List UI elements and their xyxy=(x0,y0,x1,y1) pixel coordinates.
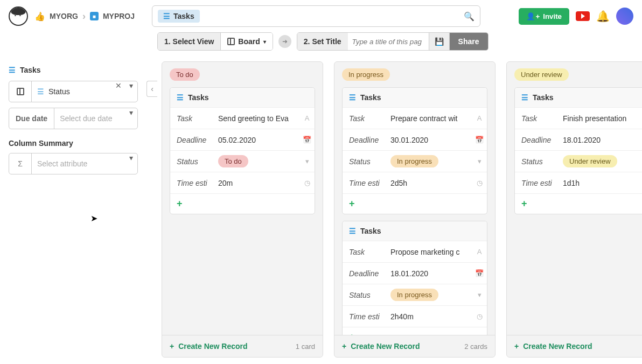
youtube-icon[interactable] xyxy=(576,11,590,21)
column-footer: + Create New Record 1 card xyxy=(162,335,323,357)
field-value: 1d1h xyxy=(561,179,642,187)
filter-selector[interactable]: Due date Select due date ▾ xyxy=(9,108,138,129)
field-label: Time esti xyxy=(343,312,388,321)
project-icon: ■ xyxy=(90,12,99,20)
card-row-time[interactable]: Time esti 2h40m ◷ xyxy=(343,306,487,327)
breadcrumb-project[interactable]: MYPROJ xyxy=(103,12,135,20)
card-heading: ☰ Tasks xyxy=(343,88,487,108)
summary-selector[interactable]: Σ Select attribute ▾ xyxy=(9,153,138,174)
card-row-task[interactable]: Task Prepare contract wit A xyxy=(343,108,487,129)
add-field-button[interactable]: + xyxy=(343,194,487,214)
group-by-selector[interactable]: ☰ Status ✕ ▾ xyxy=(9,81,138,102)
calendar-icon: 📅 xyxy=(472,269,487,277)
search-box[interactable]: ☰ Tasks 🔍 xyxy=(152,5,480,27)
card-row-time[interactable]: Time esti 1d1h ◷ xyxy=(515,172,642,194)
plus-icon: + xyxy=(170,342,174,351)
board-column: In progress ☰ Tasks Task Prepare contrac… xyxy=(334,61,496,358)
card-row-deadline[interactable]: Deadline 30.01.2020 📅 xyxy=(343,129,487,151)
column-footer: + Create New Record xyxy=(507,335,642,357)
plus-icon: + xyxy=(514,342,519,351)
card-row-status[interactable]: Status In progress ▾ xyxy=(343,151,487,172)
status-pill[interactable]: In progress xyxy=(342,68,390,81)
card-row-deadline[interactable]: Deadline 05.02.2020 📅 xyxy=(170,129,315,151)
search-chip-label: Tasks xyxy=(173,12,194,20)
calendar-icon: 📅 xyxy=(472,136,487,144)
card-row-task[interactable]: Task Finish presentation A xyxy=(515,108,642,129)
record-card[interactable]: ☰ Tasks Task Prepare contract wit A Dead… xyxy=(342,87,487,214)
invite-button[interactable]: 👤+ Invite xyxy=(519,8,569,25)
field-value: To do xyxy=(216,155,299,167)
add-field-button[interactable]: + xyxy=(515,194,642,214)
status-pill[interactable]: To do xyxy=(170,68,200,81)
field-label: Deadline xyxy=(343,136,388,144)
card-row-task[interactable]: Task Propose marketing c A xyxy=(343,241,487,263)
save-icon[interactable]: 💾 xyxy=(429,33,449,50)
board-label: Board xyxy=(238,37,260,46)
column-body: ☰ Tasks Task Send greeting to Eva A Dead… xyxy=(162,87,323,335)
breadcrumb-org[interactable]: MYORG xyxy=(50,12,78,20)
app-logo[interactable] xyxy=(9,6,28,26)
user-plus-icon: 👤+ xyxy=(526,12,540,20)
list-icon: ☰ xyxy=(349,227,356,235)
view-selector: 1. Select View Board ▾ xyxy=(157,32,273,51)
thumb-up-icon: 👍 xyxy=(34,11,45,22)
column-footer: + Create New Record 2 cards xyxy=(334,335,495,357)
card-count: 2 cards xyxy=(464,342,487,351)
field-value: In progress xyxy=(388,289,472,301)
list-icon: ☰ xyxy=(177,93,184,102)
field-value: 18.01.2020 xyxy=(561,136,642,144)
share-button[interactable]: Share xyxy=(449,33,488,50)
search-icon[interactable]: 🔍 xyxy=(464,11,474,22)
card-row-status[interactable]: Status To do ▾ xyxy=(170,151,315,172)
field-label: Deadline xyxy=(515,136,561,144)
clock-icon: ◷ xyxy=(472,179,487,187)
record-card[interactable]: ☰ Tasks Task Finish presentation A Deadl… xyxy=(514,87,642,214)
search-input[interactable] xyxy=(204,12,459,20)
user-avatar[interactable] xyxy=(616,8,633,25)
create-record-button[interactable]: + Create New Record xyxy=(342,342,420,351)
field-label: Task xyxy=(343,114,388,123)
search-container: ☰ Tasks 🔍 xyxy=(152,5,480,27)
card-row-time[interactable]: Time esti 2d5h ◷ xyxy=(343,172,487,194)
filter-placeholder: Select due date xyxy=(54,108,125,129)
create-record-button[interactable]: + Create New Record xyxy=(170,342,248,351)
card-row-deadline[interactable]: Deadline 18.01.2020 📅 xyxy=(515,129,642,151)
field-value: 20m xyxy=(216,179,299,187)
card-row-status[interactable]: Status Under review ▾ xyxy=(515,151,642,172)
card-row-task[interactable]: Task Send greeting to Eva A xyxy=(170,108,315,129)
sidebar-title-text: Tasks xyxy=(20,66,41,74)
column-header: In progress xyxy=(334,62,495,87)
search-chip[interactable]: ☰ Tasks xyxy=(158,10,200,23)
field-label: Time esti xyxy=(170,179,216,187)
card-row-status[interactable]: Status In progress ▾ xyxy=(343,284,487,306)
field-label: Time esti xyxy=(515,179,561,187)
clock-icon: ◷ xyxy=(472,312,487,320)
column-header: To do xyxy=(162,62,323,87)
bell-icon[interactable]: 🔔 xyxy=(596,10,610,23)
card-row-deadline[interactable]: Deadline 18.01.2020 📅 xyxy=(343,263,487,284)
status-pill[interactable]: Under review xyxy=(514,68,569,81)
list-icon: ☰ xyxy=(9,66,16,74)
card-row-time[interactable]: Time esti 20m ◷ xyxy=(170,172,315,194)
add-field-button[interactable]: + xyxy=(343,327,487,335)
record-card[interactable]: ☰ Tasks Task Send greeting to Eva A Dead… xyxy=(170,87,315,214)
record-card[interactable]: ☰ Tasks Task Propose marketing c A Deadl… xyxy=(342,221,487,335)
add-field-button[interactable]: + xyxy=(170,194,315,214)
group-by-value: Status xyxy=(48,87,70,96)
chevron-down-icon[interactable]: ▾ xyxy=(125,81,137,102)
plus-icon: + xyxy=(342,342,346,351)
toolbar: 1. Select View Board ▾ ➜ 2. Set Title 💾 … xyxy=(0,32,642,57)
main-area: ☰ Tasks ☰ Status ✕ ▾ Due date Select due… xyxy=(0,57,642,362)
board-dropdown[interactable]: Board ▾ xyxy=(220,33,272,50)
field-value: Propose marketing c xyxy=(388,248,472,256)
card-heading-text: Tasks xyxy=(533,93,554,102)
title-input[interactable] xyxy=(348,33,429,50)
step2-label: 2. Set Title xyxy=(297,33,348,50)
field-value: In progress xyxy=(388,155,472,167)
create-record-button[interactable]: + Create New Record xyxy=(514,342,592,351)
chevron-down-icon[interactable]: ▾ xyxy=(125,153,137,174)
chevron-down-icon[interactable]: ▾ xyxy=(125,108,137,129)
clear-icon[interactable]: ✕ xyxy=(112,81,125,102)
field-value: 05.02.2020 xyxy=(216,136,299,144)
field-value: Send greeting to Eva xyxy=(216,114,299,123)
